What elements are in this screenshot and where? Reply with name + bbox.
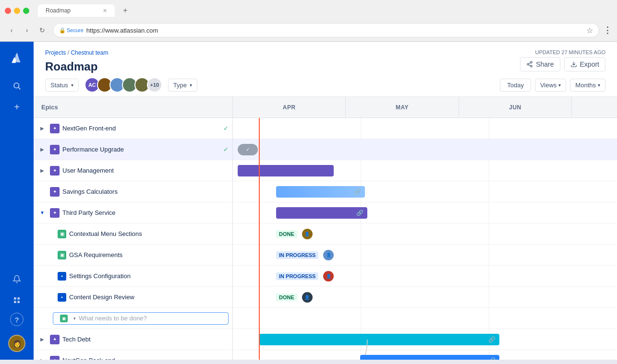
table-row: ▪ Settings Configuration (34, 266, 232, 287)
sidebar-item-add[interactable]: + (8, 98, 25, 116)
expand-icon[interactable]: ▶ (37, 356, 47, 360)
tab-title: Roadmap (46, 7, 99, 14)
updated-text: UPDATED 27 MINUTES AGO (520, 49, 605, 55)
today-button[interactable]: Today (500, 79, 531, 92)
bookmark-icon[interactable]: ☆ (586, 26, 593, 35)
sidebar-item-apps[interactable] (8, 292, 25, 309)
task-icon: ▪ (58, 293, 66, 302)
gantt-chart-area: ✓ 🔗 (233, 118, 617, 360)
sidebar-item-notifications[interactable] (8, 270, 25, 288)
views-button[interactable]: Views ▾ (535, 79, 566, 92)
svg-point-0 (14, 83, 19, 88)
epic-icon: ✦ (50, 335, 60, 344)
gantt-bar-backend[interactable]: 🔗 (360, 355, 499, 360)
table-row: ▪ Content Design Review (34, 287, 232, 308)
table-row: ▣ GSA Requirements (34, 245, 232, 266)
status-filter-button[interactable]: Status ▾ (45, 79, 79, 92)
browser-tab[interactable]: Roadmap ✕ (38, 4, 115, 17)
chart-row (233, 308, 617, 329)
share-button[interactable]: Share (520, 57, 560, 71)
row-label: User Management (62, 167, 229, 174)
gantt-bar-third-party[interactable]: 🔗 (276, 207, 367, 219)
svg-point-7 (527, 63, 529, 65)
table-row: ✦ Savings Calculators (34, 181, 232, 202)
assignee-avatar: 👤 (323, 271, 334, 282)
sidebar-item-search[interactable] (8, 77, 25, 94)
row-label: Contextual Menu Sections (69, 230, 229, 237)
table-row: ▣ Contextual Menu Sections (34, 223, 232, 245)
month-apr: APR (233, 97, 346, 117)
epic-icon: ✦ (50, 166, 60, 176)
export-button[interactable]: Export (564, 57, 605, 71)
row-label: Performance Upgrade (62, 146, 221, 153)
svg-rect-3 (17, 297, 20, 300)
row-label: Settings Configuration (69, 272, 229, 280)
svg-rect-5 (17, 301, 20, 303)
chart-row: IN PROGRESS 👤 (233, 245, 617, 266)
expand-icon[interactable]: ▶ (37, 145, 47, 154)
page-title: Roadmap (45, 60, 108, 73)
refresh-button[interactable]: ↻ (36, 23, 49, 37)
minimize-button[interactable] (14, 8, 20, 14)
new-tab-button[interactable]: + (119, 4, 132, 17)
status-badge-inprogress: IN PROGRESS (276, 272, 318, 280)
chart-row: IN PROGRESS 👤 (233, 266, 617, 287)
chart-row: 🔗 (233, 329, 617, 350)
row-label: Content Design Review (69, 294, 229, 301)
avatar-stack: AC +10 (85, 77, 162, 93)
epic-icon: ✦ (50, 145, 60, 154)
expand-icon[interactable]: ▼ (37, 208, 47, 218)
status-chevron-icon: ▾ (71, 82, 73, 88)
chart-row: DONE 👤 (233, 287, 617, 308)
gantt-bar-tech-debt[interactable]: 🔗 (259, 334, 499, 345)
expand-icon[interactable]: ▶ (37, 335, 47, 344)
page-header: Projects / Chestnut team Roadmap UPDATED… (34, 42, 617, 97)
toolbar: Status ▾ AC +10 Type ▾ (45, 73, 605, 96)
expand-icon[interactable]: ▶ (37, 166, 47, 176)
chart-row (233, 118, 617, 139)
assignee-avatar: 👤 (302, 229, 313, 239)
gantt-bar-savings[interactable]: 🔗 (276, 186, 365, 198)
chart-row: DONE 👤 (233, 223, 617, 245)
gantt-bar-performance[interactable]: ✓ (238, 144, 258, 155)
user-avatar[interactable]: 👩 (8, 335, 25, 352)
breadcrumb-projects[interactable]: Projects (45, 49, 66, 56)
avatar-overflow[interactable]: +10 (147, 77, 162, 93)
back-button[interactable]: ‹ (5, 23, 18, 37)
sidebar-item-help[interactable]: ? (10, 313, 24, 326)
table-row: ▶ ✦ User Management (34, 160, 232, 181)
svg-line-10 (529, 63, 531, 64)
gantt-bar-user-mgmt[interactable] (238, 165, 334, 176)
share-label: Share (536, 60, 554, 68)
tab-close-icon[interactable]: ✕ (103, 8, 107, 14)
row-label: Tech Debt (62, 336, 229, 343)
status-badge-done: DONE (276, 294, 297, 301)
months-label: Months (575, 82, 596, 89)
url-bar[interactable]: 🔒 Secure https://www.atlassian.com ☆ (53, 23, 599, 37)
expand-icon[interactable]: ▶ (37, 124, 47, 133)
table-row: ▼ ✦ Third Party Service (34, 202, 232, 223)
expand-icon[interactable] (43, 187, 47, 197)
views-label: Views (540, 82, 557, 89)
row-label: Third Party Service (62, 209, 229, 216)
close-button[interactable] (5, 8, 11, 14)
chart-row (233, 160, 617, 181)
breadcrumb-team[interactable]: Chestnut team (71, 49, 108, 56)
maximize-button[interactable] (23, 8, 29, 14)
check-icon: ✓ (223, 125, 229, 132)
months-button[interactable]: Months ▾ (570, 79, 605, 92)
add-chevron-icon[interactable]: ▾ (73, 316, 76, 321)
month-jun: JUN (459, 97, 572, 117)
row-label: NextGen Front-end (62, 125, 221, 132)
svg-line-9 (529, 65, 531, 66)
table-row: ▶ ✦ Performance Upgrade ✓ (34, 139, 232, 160)
export-label: Export (580, 60, 599, 68)
add-type-icon: ▣ (60, 315, 68, 322)
add-item-input[interactable]: What needs to be done? (79, 315, 147, 322)
status-filter-label: Status (50, 82, 68, 89)
atlassian-logo[interactable] (8, 49, 25, 67)
forward-button[interactable]: › (20, 23, 34, 37)
type-filter-button[interactable]: Type ▾ (168, 79, 197, 92)
story-icon: ▣ (58, 230, 66, 238)
browser-menu-icon[interactable]: ⋮ (603, 25, 612, 35)
